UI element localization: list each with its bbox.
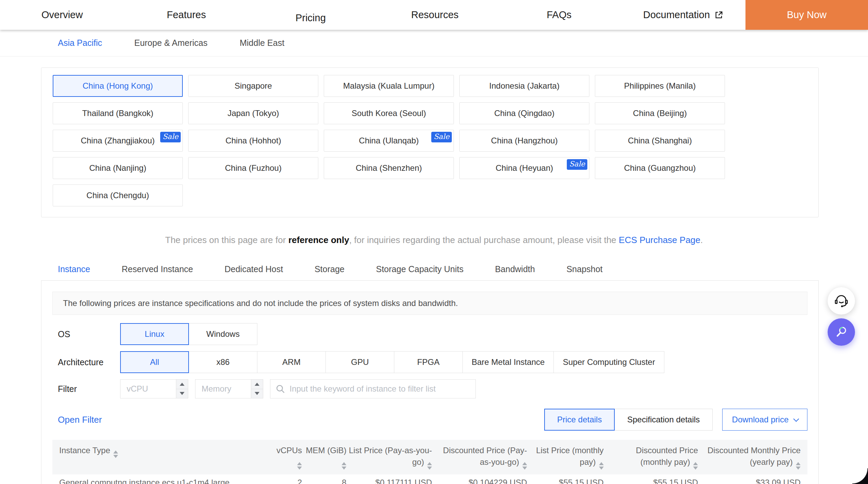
region-button-china-ulanqab[interactable]: China (Ulanqab)Sale (324, 130, 454, 152)
region-button-china-beijing[interactable]: China (Beijing) (595, 102, 725, 124)
architecture-options: Allx86ARMGPUFPGABare Metal InstanceSuper… (120, 351, 664, 373)
nav-item-label: Pricing (295, 12, 326, 24)
region-button-china-hangzhou[interactable]: China (Hangzhou) (459, 130, 589, 152)
nav-item-pricing[interactable]: Pricing (248, 12, 373, 24)
tab-dedicated-host[interactable]: Dedicated Host (225, 264, 283, 274)
vcpu-increment-button[interactable] (176, 380, 188, 389)
region-button-label: Thailand (Bangkok) (82, 109, 153, 118)
sale-badge: Sale (431, 132, 452, 142)
product-tabs: InstanceReserved InstanceDedicated HostS… (58, 264, 603, 274)
region-button-japan-tokyo[interactable]: Japan (Tokyo) (188, 102, 318, 124)
region-button-china-shenzhen[interactable]: China (Shenzhen) (324, 157, 454, 179)
info-banner-text: The following prices are instance specif… (63, 298, 458, 308)
column-header-discounted-monthly-price-yearly-pay[interactable]: Discounted Monthly Price (yearly pay) (698, 445, 801, 470)
column-header-discounted-price-monthly-pay[interactable]: Discounted Price (monthly pay) (604, 445, 698, 470)
instance-type-cell: General computng instance ecs.u1-c1m4.la… (59, 478, 269, 484)
vcpu-input[interactable] (120, 380, 176, 398)
region-button-philippines-manila[interactable]: Philippines (Manila) (595, 75, 725, 97)
nav-item-documentation[interactable]: Documentation (621, 9, 745, 21)
tab-instance[interactable]: Instance (58, 264, 90, 274)
nav-items: OverviewFeaturesPricingResourcesFAQsDocu… (0, 0, 745, 30)
tab-reserved-instance[interactable]: Reserved Instance (122, 264, 193, 274)
region-button-china-hong-kong[interactable]: China (Hong Kong) (53, 75, 183, 97)
screen-corner (852, 468, 868, 484)
memory-input[interactable] (195, 380, 251, 398)
vcpu-decrement-button[interactable] (176, 389, 188, 398)
region-tab-middle-east[interactable]: Middle East (240, 38, 284, 48)
memory-increment-button[interactable] (251, 380, 263, 389)
region-button-indonesia-jakarta[interactable]: Indonesia (Jakarta) (459, 75, 589, 97)
tab-storage[interactable]: Storage (315, 264, 345, 274)
region-button-malaysia-kuala-lumpur[interactable]: Malaysia (Kuala Lumpur) (324, 75, 454, 97)
architecture-row: Architecture Allx86ARMGPUFPGABare Metal … (52, 351, 807, 373)
buy-now-button[interactable]: Buy Now (745, 0, 868, 30)
column-header-list-price-pay-as-you-go[interactable]: List Price (Pay-as-you-go) (346, 445, 432, 470)
architecture-label: Architecture (58, 357, 120, 367)
keyword-search (270, 379, 476, 398)
architecture-option-all[interactable]: All (120, 351, 189, 373)
open-filter-link[interactable]: Open Filter (58, 415, 102, 425)
region-tab-asia-pacific[interactable]: Asia Pacific (58, 38, 102, 48)
column-header-instance-type[interactable]: Instance Type (59, 445, 269, 458)
nav-item-features[interactable]: Features (124, 9, 248, 21)
vcpu-stepper (176, 380, 188, 398)
region-button-thailand-bangkok[interactable]: Thailand (Bangkok) (53, 102, 183, 124)
sort-icon (693, 462, 698, 470)
region-button-south-korea-seoul[interactable]: South Korea (Seoul) (324, 102, 454, 124)
column-header-list-price-monthly-pay[interactable]: List Price (monthly pay) (527, 445, 604, 470)
keyword-search-input[interactable] (289, 380, 473, 398)
region-button-label: China (Chengdu) (87, 191, 149, 200)
sale-badge: Sale (567, 159, 587, 170)
column-header-label: List Price (Pay-as-you-go) (349, 446, 432, 467)
sort-icon (599, 462, 604, 470)
specification-details-button[interactable]: Specification details (614, 409, 712, 431)
region-tab-europe-americas[interactable]: Europe & Americas (134, 38, 207, 48)
nav-item-resources[interactable]: Resources (373, 9, 497, 21)
region-button-china-hohhot[interactable]: China (Hohhot) (188, 130, 318, 152)
price-reference-notice: The prices on this page are for referenc… (0, 235, 868, 245)
architecture-option-arm[interactable]: ARM (257, 351, 326, 373)
memory-decrement-button[interactable] (251, 389, 263, 398)
tab-storage-capacity-units[interactable]: Storage Capacity Units (376, 264, 463, 274)
architecture-option-fpga[interactable]: FPGA (394, 351, 463, 373)
tab-bandwidth[interactable]: Bandwidth (495, 264, 535, 274)
region-button-singapore[interactable]: Singapore (188, 75, 318, 97)
region-button-label: China (Hohhot) (226, 136, 281, 145)
table-row[interactable]: General computng instance ecs.u1-c1m4.la… (52, 474, 807, 484)
region-button-label: China (Hangzhou) (491, 136, 558, 145)
region-button-label: China (Ulanqab) (359, 136, 419, 145)
download-price-button[interactable]: Download price (722, 409, 807, 431)
column-header-vcpus[interactable]: vCPUs (269, 445, 302, 470)
filter-row: Filter (52, 379, 807, 398)
architecture-option-bare-metal-instance[interactable]: Bare Metal Instance (462, 351, 554, 373)
column-header-discounted-price-pay-as-you-go[interactable]: Discounted Price (Pay-as-you-go) (432, 445, 527, 470)
region-button-china-chengdu[interactable]: China (Chengdu) (53, 184, 183, 206)
os-option-linux[interactable]: Linux (120, 323, 189, 345)
os-row: OS LinuxWindows (52, 323, 807, 345)
region-button-china-fuzhou[interactable]: China (Fuzhou) (188, 157, 318, 179)
architecture-option-gpu[interactable]: GPU (326, 351, 394, 373)
region-button-china-qingdao[interactable]: China (Qingdao) (459, 102, 589, 124)
architecture-option-x86[interactable]: x86 (189, 351, 257, 373)
region-button-china-zhangjiakou[interactable]: China (Zhangjiakou)Sale (53, 130, 183, 152)
nav-item-overview[interactable]: Overview (0, 9, 124, 21)
architecture-option-super-computing-cluster[interactable]: Super Computing Cluster (553, 351, 664, 373)
arrow-down-icon (255, 392, 259, 395)
nav-item-faqs[interactable]: FAQs (497, 9, 621, 21)
region-button-china-shanghai[interactable]: China (Shanghai) (595, 130, 725, 152)
region-button-china-heyuan[interactable]: China (Heyuan)Sale (459, 157, 589, 179)
pricing-panel: The following prices are instance specif… (41, 280, 819, 484)
support-button[interactable] (828, 287, 855, 315)
search-assistant-icon (833, 324, 849, 340)
value-cell: $0.117111 USD (346, 478, 432, 484)
region-button-label: Singapore (234, 81, 272, 91)
tab-snapshot[interactable]: Snapshot (566, 264, 603, 274)
ai-assistant-button[interactable] (828, 318, 855, 346)
column-header-mem-gib[interactable]: MEM (GiB) (302, 445, 346, 470)
region-button-china-nanjing[interactable]: China (Nanjing) (53, 157, 183, 179)
price-details-button[interactable]: Price details (544, 409, 615, 431)
os-option-windows[interactable]: Windows (189, 323, 257, 345)
ecs-purchase-page-link[interactable]: ECS Purchase Page (619, 235, 700, 245)
region-button-china-guangzhou[interactable]: China (Guangzhou) (595, 157, 725, 179)
arrow-down-icon (180, 392, 184, 395)
